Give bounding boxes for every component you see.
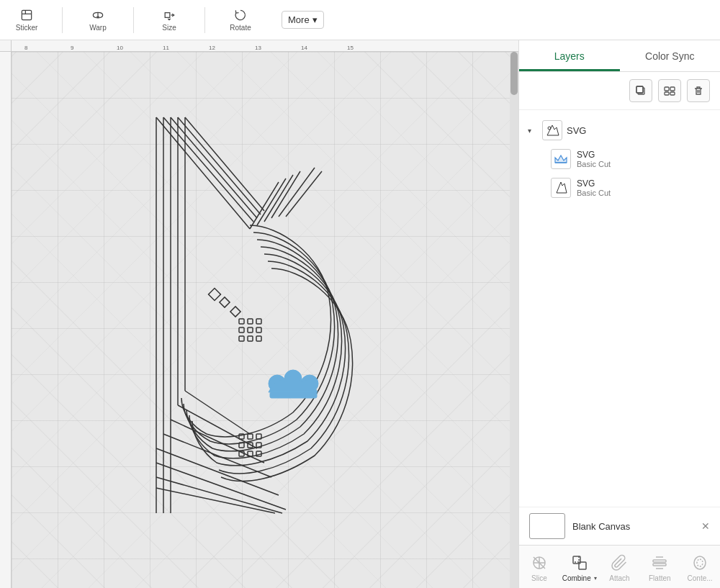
flatten-icon: [651, 554, 668, 571]
bottom-action-bar: Slice Combine ▾ Attach: [519, 545, 720, 588]
layer-child-title-1: SVG: [577, 178, 611, 189]
blank-canvas-thumbnail: [529, 513, 565, 539]
sticker-icon: [19, 8, 34, 22]
svg-rect-35: [248, 319, 253, 324]
blank-canvas-label: Blank Canvas: [572, 521, 630, 532]
layer-child-info-1: SVG Basic Cut: [577, 178, 611, 197]
svg-rect-31: [209, 288, 221, 300]
ruler-vertical: [0, 52, 12, 588]
svg-rect-74: [653, 564, 666, 566]
slice-icon: [531, 554, 548, 571]
ruler-corner: [0, 40, 12, 52]
divider-1: [62, 7, 63, 33]
svg-line-30: [156, 488, 275, 513]
combine-action[interactable]: Combine ▾: [559, 551, 600, 585]
more-button[interactable]: More ▾: [282, 11, 324, 29]
layer-group-svg: ▾ SVG: [519, 116, 720, 202]
layer-child-info-0: SVG Basic Cut: [577, 150, 611, 168]
tab-layers[interactable]: Layers: [519, 40, 620, 71]
layer-child-title-0: SVG: [577, 150, 611, 160]
grid-canvas: [12, 52, 510, 588]
warp-icon: [91, 8, 105, 22]
artwork-container[interactable]: [106, 96, 365, 545]
svg-rect-40: [239, 336, 244, 341]
svg-line-29: [156, 477, 282, 513]
svg-line-13: [178, 117, 261, 214]
svg-rect-33: [230, 306, 240, 316]
layers-list: ▾ SVG: [519, 110, 720, 501]
svg-rect-59: [665, 87, 669, 91]
divider-2: [133, 7, 134, 33]
layer-child-sub-0: Basic Cut: [577, 160, 611, 168]
layer-parent-svg[interactable]: ▾ SVG: [519, 116, 720, 145]
panel-tabs: Layers Color Sync: [519, 40, 720, 72]
rotate-tool[interactable]: Rotate: [222, 8, 258, 32]
artwork-svg: [106, 96, 365, 542]
layer-child-thumb-1: [551, 178, 571, 198]
svg-rect-73: [653, 560, 666, 562]
svg-rect-41: [248, 336, 253, 341]
slice-action[interactable]: Slice: [519, 551, 559, 585]
delete-layer-button[interactable]: [687, 79, 710, 102]
duplicate-layer-button[interactable]: [629, 79, 652, 102]
ruler-horizontal: 8 9 10 11 12 13 14 15: [12, 40, 518, 52]
svg-rect-55: [270, 392, 317, 398]
right-panel: Layers Color Sync: [518, 40, 720, 588]
contour-action[interactable]: Conte...: [680, 551, 720, 585]
svg-point-65: [548, 127, 551, 130]
svg-rect-36: [256, 319, 261, 324]
svg-rect-4: [165, 13, 170, 18]
svg-rect-44: [248, 434, 253, 439]
panel-top-icons: [519, 72, 720, 110]
expand-chevron: ▾: [528, 127, 538, 135]
layer-child-thumb-0: [551, 149, 571, 169]
rotate-icon: [233, 8, 248, 22]
svg-rect-62: [670, 92, 675, 95]
svg-rect-61: [665, 92, 669, 95]
svg-line-23: [185, 391, 250, 434]
attach-action[interactable]: Attach: [600, 551, 640, 585]
toolbar: Sticker Warp Size: [0, 0, 720, 40]
size-icon: [162, 8, 176, 22]
svg-rect-0: [22, 10, 31, 19]
svg-rect-60: [670, 87, 675, 91]
svg-rect-42: [256, 336, 261, 341]
layer-thumb-svg: [542, 120, 562, 140]
svg-rect-38: [248, 327, 253, 333]
svg-line-12: [185, 117, 264, 211]
svg-line-68: [534, 557, 545, 569]
layer-child-0[interactable]: SVG Basic Cut: [542, 145, 720, 173]
group-layers-button[interactable]: [658, 79, 681, 102]
combine-dropdown-arrow: ▾: [594, 575, 597, 582]
scrollbar-vertical[interactable]: [510, 52, 518, 588]
divider-3: [204, 7, 205, 33]
svg-rect-32: [220, 297, 230, 307]
layer-child-1[interactable]: SVG Basic Cut: [542, 173, 720, 202]
blank-canvas-row[interactable]: Blank Canvas ✕: [519, 507, 720, 545]
sticker-tool[interactable]: Sticker: [9, 8, 45, 32]
layer-children: SVG Basic Cut SVG Basic C: [519, 145, 720, 202]
canvas-area: 8 9 10 11 12 13 14 15: [0, 40, 518, 588]
tab-color-sync[interactable]: Color Sync: [620, 40, 721, 71]
grid-background: [12, 52, 510, 588]
svg-rect-57: [636, 86, 643, 93]
layer-child-sub-1: Basic Cut: [577, 189, 611, 197]
svg-line-14: [171, 117, 257, 218]
flatten-action[interactable]: Flatten: [639, 551, 680, 585]
contour-icon: [691, 554, 708, 571]
svg-rect-39: [256, 327, 261, 333]
combine-icon: [571, 554, 588, 571]
attach-icon: [611, 554, 628, 571]
blank-canvas-close-button[interactable]: ✕: [701, 520, 710, 532]
svg-line-15: [163, 117, 253, 222]
scrollbar-thumb[interactable]: [510, 52, 518, 95]
svg-line-21: [279, 168, 315, 217]
layer-parent-label: SVG: [567, 125, 586, 136]
svg-point-67: [534, 557, 545, 569]
warp-tool[interactable]: Warp: [80, 8, 116, 32]
main-area: 8 9 10 11 12 13 14 15: [0, 40, 720, 588]
svg-rect-34: [239, 319, 244, 324]
svg-rect-37: [239, 327, 244, 333]
size-tool[interactable]: Size: [151, 8, 187, 32]
